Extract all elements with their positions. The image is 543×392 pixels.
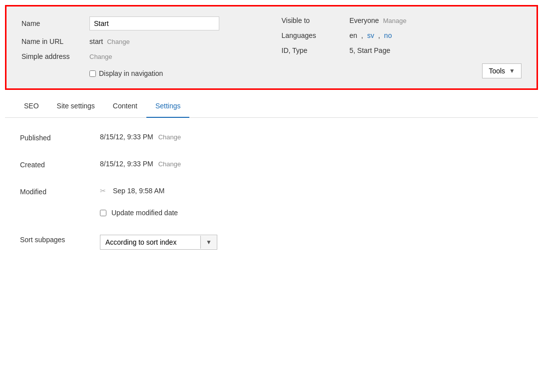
simple-address-value: Change — [89, 53, 272, 60]
id-type-text: 5, Start Page — [350, 46, 391, 54]
sort-dropdown-icon[interactable]: ▼ — [200, 236, 217, 249]
created-label: Created — [20, 160, 100, 169]
visible-to-field-row: Visible to Everyone Manage — [282, 16, 522, 24]
created-change-link[interactable]: Change — [158, 160, 181, 168]
created-field: Created 8/15/12, 9:33 PM Change — [20, 160, 523, 169]
name-label: Name — [21, 19, 81, 27]
visible-to-value: Everyone Manage — [350, 16, 522, 24]
published-date: 8/15/12, 9:33 PM — [100, 133, 153, 141]
name-in-url-change-link[interactable]: Change — [107, 38, 130, 45]
modified-field: Modified ✂ Sep 18, 9:58 AM — [20, 187, 523, 196]
update-modified-value: Update modified date — [100, 209, 178, 217]
simple-address-field-row: Simple address Change — [21, 52, 272, 60]
tabs-section: SEO Site settings Content Settings — [5, 95, 538, 118]
sort-select-wrapper: According to sort index Alphabetically B… — [100, 235, 217, 250]
id-type-value: 5, Start Page — [350, 46, 522, 54]
languages-field-row: Languages en, sv, no — [282, 31, 522, 39]
id-type-label: ID, Type — [282, 46, 342, 54]
created-value: 8/15/12, 9:33 PM Change — [100, 160, 181, 168]
modified-label: Modified — [20, 187, 100, 196]
published-field: Published 8/15/12, 9:33 PM Change — [20, 133, 523, 142]
published-label: Published — [20, 133, 100, 142]
manage-link[interactable]: Manage — [383, 17, 407, 24]
display-in-nav-row: Display in navigation — [89, 69, 272, 77]
chevron-down-icon: ▼ — [509, 67, 515, 74]
tab-content[interactable]: Content — [104, 95, 146, 118]
tools-button[interactable]: Tools ▼ — [482, 63, 522, 78]
created-date: 8/15/12, 9:33 PM — [100, 160, 153, 168]
name-value — [89, 16, 272, 30]
name-in-url-value: start Change — [89, 37, 272, 45]
published-value: 8/15/12, 9:33 PM Change — [100, 133, 181, 141]
published-change-link[interactable]: Change — [158, 133, 181, 141]
lang-no-link[interactable]: no — [384, 31, 392, 39]
sort-subpages-select[interactable]: According to sort index Alphabetically B… — [100, 235, 200, 249]
sort-subpages-field: Sort subpages According to sort index Al… — [20, 235, 523, 250]
display-in-nav-label: Display in navigation — [99, 69, 163, 77]
languages-label: Languages — [282, 31, 342, 39]
top-panel: Name Name in URL start Change Simple add… — [5, 5, 538, 90]
update-modified-field: Update modified date — [20, 209, 523, 217]
languages-value: en, sv, no — [350, 31, 522, 39]
name-in-url-text: start — [89, 37, 103, 45]
tab-settings[interactable]: Settings — [146, 95, 190, 118]
sort-subpages-label: Sort subpages — [20, 235, 100, 244]
tab-site-settings[interactable]: Site settings — [48, 95, 104, 118]
right-fields: Visible to Everyone Manage Languages en,… — [272, 16, 522, 78]
update-modified-spacer — [20, 209, 100, 210]
tools-label: Tools — [489, 67, 505, 75]
name-input[interactable] — [89, 16, 219, 30]
scissors-icon: ✂ — [100, 187, 106, 195]
name-in-url-field-row: Name in URL start Change — [21, 37, 272, 45]
visible-to-text: Everyone — [350, 16, 379, 24]
modified-date: Sep 18, 9:58 AM — [113, 187, 165, 195]
simple-address-change-link[interactable]: Change — [89, 53, 112, 60]
update-modified-label: Update modified date — [111, 209, 178, 217]
lang-sv-link[interactable]: sv — [367, 31, 374, 39]
simple-address-label: Simple address — [21, 52, 81, 60]
tab-seo[interactable]: SEO — [15, 95, 48, 118]
update-modified-checkbox[interactable] — [100, 210, 106, 216]
left-fields: Name Name in URL start Change Simple add… — [21, 16, 272, 78]
tabs-list: SEO Site settings Content Settings — [5, 95, 538, 117]
modified-value: ✂ Sep 18, 9:58 AM — [100, 187, 165, 195]
tools-row: Tools ▼ — [282, 63, 522, 78]
sort-subpages-value: According to sort index Alphabetically B… — [100, 235, 217, 250]
display-in-nav-checkbox[interactable] — [89, 70, 96, 77]
settings-content: Published 8/15/12, 9:33 PM Change Create… — [5, 118, 538, 283]
visible-to-label: Visible to — [282, 16, 342, 24]
id-type-field-row: ID, Type 5, Start Page — [282, 46, 522, 54]
name-field-row: Name — [21, 16, 272, 30]
name-in-url-label: Name in URL — [21, 37, 81, 45]
lang-en: en — [350, 31, 358, 39]
